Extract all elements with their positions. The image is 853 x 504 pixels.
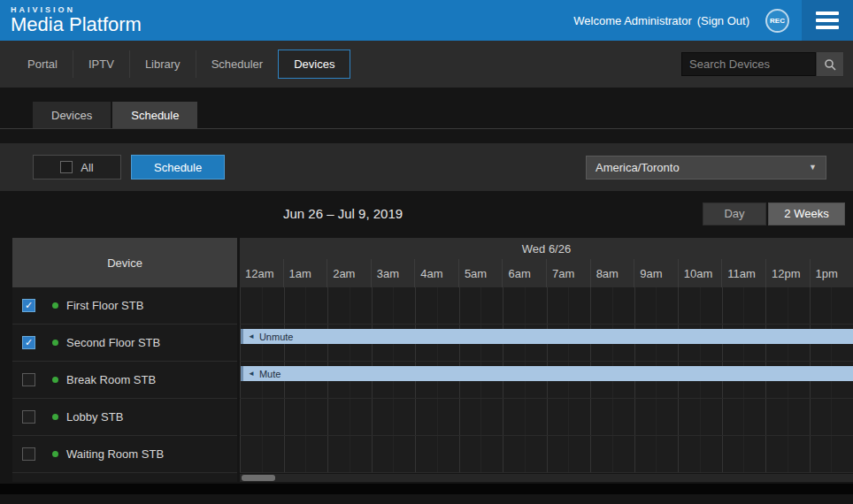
status-dot xyxy=(52,377,58,383)
device-name: First Floor STB xyxy=(66,299,143,312)
timeline-header: Wed 6/26 12am1am2am3am4am5am6am7am8am9am… xyxy=(240,238,853,287)
device-column-header: Device xyxy=(12,238,237,287)
date-bar: Jun 26 – Jul 9, 2019 Day 2 Weeks xyxy=(33,202,845,225)
status-dot xyxy=(52,451,58,457)
chevron-down-icon: ▼ xyxy=(809,163,817,172)
tab-schedule[interactable]: Schedule xyxy=(112,102,197,128)
speaker-icon: ◄ xyxy=(248,370,255,378)
device-row: ✓Second Floor STB xyxy=(12,325,237,362)
hamburger-menu-icon[interactable] xyxy=(802,0,853,41)
time-label: 8am xyxy=(590,259,634,287)
device-column-filler xyxy=(12,473,237,482)
nav-item-scheduler[interactable]: Scheduler xyxy=(196,50,279,78)
rec-badge[interactable]: REC xyxy=(765,9,789,33)
timezone-select[interactable]: America/Toronto ▼ xyxy=(586,156,826,179)
timeline-row xyxy=(240,287,853,325)
nav-item-library[interactable]: Library xyxy=(129,50,196,78)
schedule-event-bar[interactable]: ◄Mute xyxy=(241,366,853,381)
timezone-value: America/Toronto xyxy=(596,161,680,174)
main-nav: Portal IPTV Library Scheduler Devices xyxy=(0,41,853,88)
search-icon xyxy=(824,58,836,71)
bottom-strip xyxy=(0,484,853,494)
time-label: 4am xyxy=(414,259,458,287)
time-label: 2am xyxy=(327,259,371,287)
time-label: 1am xyxy=(283,259,327,287)
scrollbar-thumb[interactable] xyxy=(242,475,275,481)
time-label: 3am xyxy=(371,259,415,287)
tab-devices[interactable]: Devices xyxy=(33,102,111,128)
time-labels-row: 12am1am2am3am4am5am6am7am8am9am10am11am1… xyxy=(240,259,853,287)
day-header: Wed 6/26 xyxy=(240,238,853,259)
device-checkbox[interactable]: ✓ xyxy=(22,336,35,349)
status-dot xyxy=(52,302,58,309)
device-row: Lobby STB xyxy=(12,399,237,436)
time-label: 12pm xyxy=(765,259,810,287)
nav-item-devices[interactable]: Devices xyxy=(278,50,350,79)
schedule-table: Device ✓First Floor STB✓Second Floor STB… xyxy=(12,238,853,482)
time-label: 9am xyxy=(634,259,678,287)
timeline-row xyxy=(240,399,853,436)
search-input[interactable] xyxy=(681,52,816,76)
app-header: HAIVISION Media Platform Welcome Adminis… xyxy=(0,0,853,41)
two-weeks-view-button[interactable]: 2 Weeks xyxy=(768,202,845,225)
select-all-checkbox[interactable] xyxy=(60,161,73,173)
event-label: Mute xyxy=(259,369,280,379)
device-name: Break Room STB xyxy=(66,373,156,386)
event-label: Unmute xyxy=(259,332,294,342)
time-label: 11am xyxy=(721,259,765,287)
device-name: Second Floor STB xyxy=(66,336,160,349)
device-name: Lobby STB xyxy=(66,410,123,424)
time-label: 1pm xyxy=(810,259,853,287)
status-dot xyxy=(52,340,58,346)
device-checkbox[interactable] xyxy=(22,410,35,424)
tab-bar: Devices Schedule xyxy=(0,88,853,129)
sign-out-link[interactable]: (Sign Out) xyxy=(697,14,749,27)
device-list: ✓First Floor STB✓Second Floor STBBreak R… xyxy=(12,287,237,473)
device-row: Break Room STB xyxy=(12,362,237,399)
device-checkbox[interactable] xyxy=(22,447,35,461)
date-range-label: Jun 26 – Jul 9, 2019 xyxy=(283,206,403,221)
time-label: 7am xyxy=(546,259,590,287)
search-button[interactable] xyxy=(816,51,844,77)
timeline-pane: Wed 6/26 12am1am2am3am4am5am6am7am8am9am… xyxy=(240,238,853,482)
schedule-toolbar: All Schedule America/Toronto ▼ xyxy=(0,143,853,191)
device-row: ✓First Floor STB xyxy=(12,287,237,325)
status-dot xyxy=(52,414,58,420)
nav-item-iptv[interactable]: IPTV xyxy=(73,50,129,78)
schedule-event-bar[interactable]: ◄Unmute xyxy=(241,329,853,344)
device-checkbox[interactable]: ✓ xyxy=(22,299,35,312)
timeline-row xyxy=(240,436,853,473)
time-label: 10am xyxy=(678,259,722,287)
device-checkbox[interactable] xyxy=(22,373,35,386)
horizontal-scrollbar[interactable] xyxy=(240,474,853,482)
day-view-button[interactable]: Day xyxy=(703,202,766,225)
select-all-control[interactable]: All xyxy=(33,155,121,179)
welcome-text: Welcome Administrator xyxy=(573,14,691,27)
time-label: 12am xyxy=(240,259,283,287)
time-label: 6am xyxy=(502,259,546,287)
nav-item-portal[interactable]: Portal xyxy=(12,50,73,78)
speaker-icon: ◄ xyxy=(248,332,255,340)
brand-logo: HAIVISION Media Platform xyxy=(11,5,142,34)
product-name: Media Platform xyxy=(11,14,142,34)
grid-body: ◄Unmute◄Mute xyxy=(240,287,853,473)
device-row: Waiting Room STB xyxy=(12,436,237,473)
select-all-label: All xyxy=(81,161,93,174)
device-column: Device ✓First Floor STB✓Second Floor STB… xyxy=(12,238,237,482)
schedule-button[interactable]: Schedule xyxy=(131,155,225,179)
device-name: Waiting Room STB xyxy=(66,447,164,461)
time-label: 5am xyxy=(458,259,503,287)
